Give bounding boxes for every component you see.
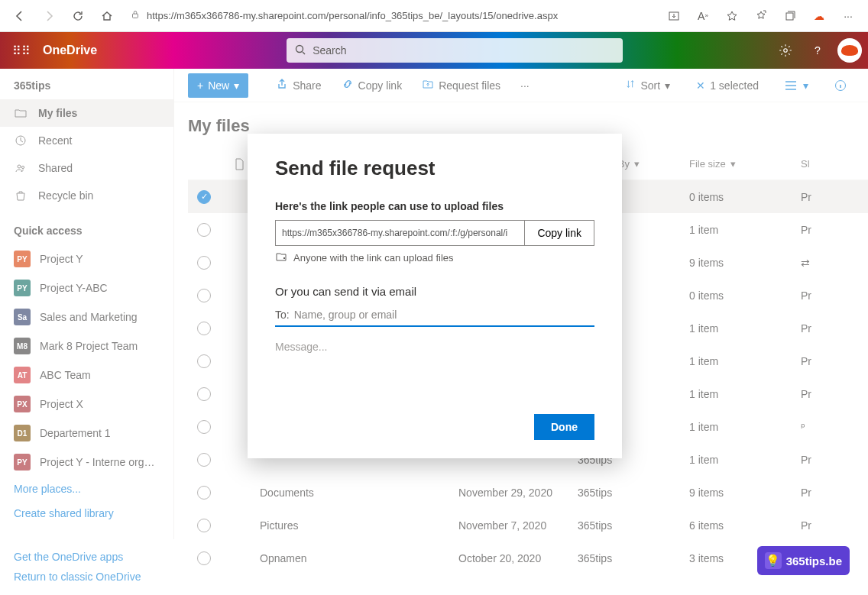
select-row-checkbox[interactable] xyxy=(197,486,211,500)
upload-link-input[interactable] xyxy=(275,220,525,246)
home-button[interactable] xyxy=(95,4,119,28)
request-files-button[interactable]: Request files xyxy=(414,73,508,98)
recycle-icon xyxy=(14,189,28,202)
account-avatar[interactable] xyxy=(837,38,862,63)
url-text: https://m365x366786-my.sharepoint.com/pe… xyxy=(147,10,558,21)
favorites-bar-icon[interactable] xyxy=(749,4,773,28)
permission-info[interactable]: Anyone with the link can upload files xyxy=(275,251,594,265)
app-launcher-icon[interactable]: ⠿⠿ xyxy=(6,44,37,58)
search-placeholder: Search xyxy=(313,44,346,57)
request-files-icon xyxy=(422,78,434,92)
refresh-button[interactable] xyxy=(66,4,90,28)
link-icon xyxy=(342,78,354,92)
more-icon[interactable]: ··· xyxy=(836,4,860,28)
copy-link-button[interactable]: Copy link xyxy=(334,73,410,98)
copy-link-button[interactable]: Copy link xyxy=(525,220,594,246)
favorite-icon[interactable] xyxy=(720,4,744,28)
select-row-checkbox[interactable] xyxy=(197,354,211,368)
return-classic-link[interactable]: Return to classic OneDrive xyxy=(14,567,160,587)
site-label: Project Y xyxy=(40,253,160,265)
selection-count[interactable]: ✕1 selected xyxy=(688,73,766,98)
footer-links: Get the OneDrive apps Return to classic … xyxy=(0,539,174,595)
site-badge: M8 xyxy=(14,338,31,354)
chevron-down-icon: ▾ xyxy=(634,158,640,170)
cell-modified-by: 365tips xyxy=(578,487,689,499)
site-label: Sales and Marketing xyxy=(40,311,160,323)
view-options-button[interactable]: ▾ xyxy=(777,73,816,98)
suite-header: ⠿⠿ OneDrive Search ? xyxy=(0,32,868,69)
nav-recycle[interactable]: Recycle bin xyxy=(0,182,173,209)
globe-folder-icon xyxy=(275,251,287,265)
app-install-icon[interactable] xyxy=(662,4,686,28)
quick-access-item[interactable]: PYProject Y xyxy=(0,244,173,273)
back-button[interactable] xyxy=(8,4,32,28)
quick-access-item[interactable]: M8Mark 8 Project Team xyxy=(0,331,173,361)
details-pane-button[interactable] xyxy=(827,73,854,98)
settings-icon[interactable] xyxy=(773,38,798,63)
get-apps-link[interactable]: Get the OneDrive apps xyxy=(14,547,160,568)
more-places-link[interactable]: More places... xyxy=(0,477,173,501)
select-row-checkbox[interactable] xyxy=(197,289,211,302)
cell-size: 0 items xyxy=(689,289,801,302)
share-button[interactable]: Share xyxy=(268,73,329,98)
quick-access-item[interactable]: D1Departement 1 xyxy=(0,419,173,448)
nav-recent[interactable]: Recent xyxy=(0,127,173,154)
select-row-checkbox[interactable] xyxy=(197,519,211,532)
cell-name: Opnamen xyxy=(260,552,458,564)
site-label: Project X xyxy=(40,398,160,410)
file-size-column[interactable]: File size ▾ xyxy=(689,158,801,170)
nav-label: Recent xyxy=(38,134,72,147)
overflow-button[interactable]: ··· xyxy=(513,73,537,98)
cell-size: 1 item xyxy=(689,454,801,466)
nav-my-files[interactable]: My files xyxy=(0,99,173,127)
quick-access-item[interactable]: ATABC Team xyxy=(0,361,173,390)
app-name[interactable]: OneDrive xyxy=(43,44,97,57)
recipients-input[interactable]: To: Name, group or email xyxy=(275,309,594,327)
quick-access-item[interactable]: PYProject Y - Interne org… xyxy=(0,448,173,477)
select-row-checkbox[interactable] xyxy=(197,551,211,565)
nav-label: My files xyxy=(38,107,77,119)
clear-selection-icon[interactable]: ✕ xyxy=(696,79,705,92)
select-row-checkbox[interactable] xyxy=(197,223,211,237)
browser-toolbar: https://m365x366786-my.sharepoint.com/pe… xyxy=(0,0,868,32)
cell-size: 6 items xyxy=(689,519,801,532)
cell-sharing: ⇄ xyxy=(801,257,847,269)
search-box[interactable]: Search xyxy=(287,38,623,63)
sharing-column[interactable]: Sl xyxy=(801,158,847,170)
sort-button[interactable]: Sort ▾ xyxy=(617,73,678,98)
address-bar[interactable]: https://m365x366786-my.sharepoint.com/pe… xyxy=(124,5,657,27)
cell-sharing: Pr xyxy=(801,191,847,203)
select-row-checkbox[interactable]: ✓ xyxy=(197,190,211,204)
collections-icon[interactable] xyxy=(778,4,802,28)
quick-access-item[interactable]: SaSales and Marketing xyxy=(0,302,173,331)
quick-access-item[interactable]: PXProject X xyxy=(0,390,173,419)
select-row-checkbox[interactable] xyxy=(197,453,211,467)
cell-sharing: Pr xyxy=(801,224,847,236)
help-icon[interactable]: ? xyxy=(805,38,830,63)
onedrive-cloud-icon[interactable]: ☁ xyxy=(807,4,831,28)
cell-size: 9 items xyxy=(689,257,801,269)
email-section-header: Or you can send it via email xyxy=(275,285,594,298)
quick-access-item[interactable]: PYProject Y-ABC xyxy=(0,273,173,302)
done-button[interactable]: Done xyxy=(534,414,594,440)
cell-name: Documents xyxy=(260,487,458,499)
table-row[interactable]: Pictures November 7, 2020 365tips 6 item… xyxy=(188,509,868,542)
chevron-down-icon: ▾ xyxy=(730,158,736,170)
site-badge: PY xyxy=(14,454,31,471)
create-shared-library-link[interactable]: Create shared library xyxy=(0,501,173,525)
nav-shared[interactable]: Shared xyxy=(0,154,173,182)
select-row-checkbox[interactable] xyxy=(197,256,211,270)
share-icon xyxy=(276,78,288,92)
cell-size: 0 items xyxy=(689,191,801,203)
select-row-checkbox[interactable] xyxy=(197,387,211,401)
forward-button[interactable] xyxy=(37,4,61,28)
select-row-checkbox[interactable] xyxy=(197,420,211,434)
message-input[interactable]: Message... xyxy=(275,341,594,353)
new-button[interactable]: +New▾ xyxy=(188,73,248,98)
chevron-down-icon: ▾ xyxy=(234,79,239,92)
select-row-checkbox[interactable] xyxy=(197,322,211,335)
table-row[interactable]: Documents November 29, 2020 365tips 9 it… xyxy=(188,476,868,509)
read-aloud-icon[interactable]: A» xyxy=(691,4,715,28)
site-badge: PY xyxy=(14,280,31,296)
cell-sharing: Pr xyxy=(801,322,847,335)
